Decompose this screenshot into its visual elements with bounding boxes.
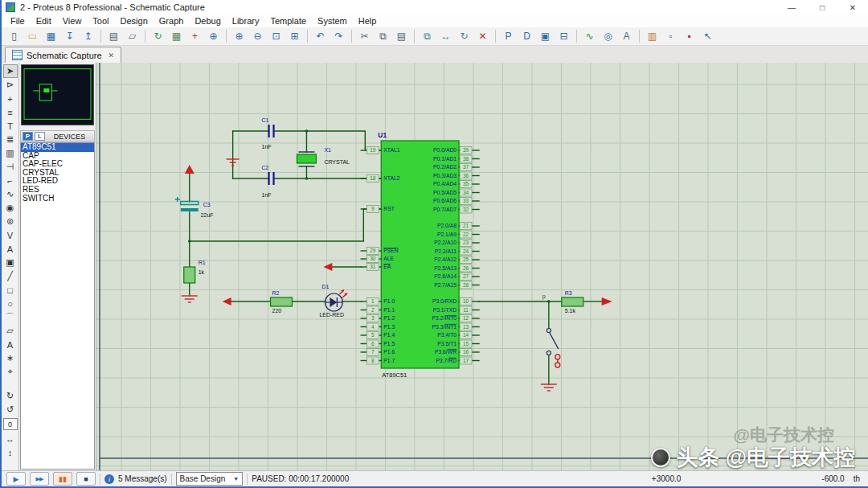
- tab-close-icon[interactable]: ✕: [108, 51, 115, 59]
- 2d-symbol-icon[interactable]: ∗: [3, 351, 18, 365]
- virtual-instruments-mode-icon[interactable]: ▣: [3, 256, 18, 269]
- generator-mode-icon[interactable]: ⊚: [3, 215, 18, 228]
- terminal-p10[interactable]: [223, 297, 231, 306]
- power-terminal[interactable]: [185, 165, 194, 174]
- stop-button[interactable]: ■: [76, 472, 96, 486]
- zoom-out-icon[interactable]: ⊖: [249, 28, 266, 44]
- maximize-button[interactable]: □: [807, 0, 837, 14]
- buses-mode-icon[interactable]: ≣: [3, 133, 18, 146]
- component-r2[interactable]: [271, 297, 293, 306]
- component-c1[interactable]: [269, 125, 274, 137]
- packaging-tool-icon[interactable]: ▣: [537, 28, 554, 44]
- pick-parts-icon[interactable]: P: [500, 28, 517, 44]
- component-mode-icon[interactable]: ⊳: [3, 78, 18, 92]
- ground-terminal-switch[interactable]: [541, 384, 557, 391]
- menu-item-view[interactable]: View: [57, 14, 88, 27]
- search-and-tag-icon[interactable]: ◎: [600, 28, 616, 44]
- design-select[interactable]: Base Design ▼: [176, 472, 244, 486]
- rotate-clockwise-icon[interactable]: ↻: [3, 389, 18, 403]
- menu-item-system[interactable]: System: [312, 14, 353, 27]
- remove-sheet-icon[interactable]: ▪: [681, 28, 698, 44]
- 2d-box-icon[interactable]: □: [3, 283, 18, 297]
- wire-label-mode-icon[interactable]: ≡: [3, 105, 18, 119]
- step-button[interactable]: ▶▶: [30, 472, 49, 486]
- component-d1[interactable]: [325, 289, 347, 311]
- device-pin-mode-icon[interactable]: ⌐: [3, 174, 18, 187]
- 2d-text-icon[interactable]: A: [3, 338, 18, 351]
- minimize-button[interactable]: —: [776, 0, 807, 14]
- menu-item-edit[interactable]: Edit: [31, 14, 57, 27]
- ground-terminal-reset[interactable]: [182, 296, 198, 302]
- menu-item-template[interactable]: Template: [264, 14, 312, 27]
- terminal-p30[interactable]: [602, 297, 612, 306]
- zoom-in-icon[interactable]: ⊕: [231, 28, 248, 44]
- menu-item-file[interactable]: File: [5, 14, 31, 27]
- export-section-icon[interactable]: ↥: [80, 28, 96, 44]
- decompose-icon[interactable]: ⊟: [555, 28, 572, 44]
- menu-item-design[interactable]: Design: [115, 14, 154, 27]
- zoom-to-area-icon[interactable]: ⊞: [286, 28, 303, 44]
- menu-item-help[interactable]: Help: [353, 14, 383, 27]
- mark-output-area-icon[interactable]: ▱: [124, 28, 141, 44]
- library-manager-button[interactable]: L: [35, 132, 45, 141]
- 2d-circle-icon[interactable]: ○: [3, 297, 18, 310]
- switch-actuator[interactable]: [555, 355, 560, 367]
- paste-icon[interactable]: ▤: [393, 28, 410, 44]
- copy-icon[interactable]: ⧉: [375, 28, 391, 44]
- pause-button[interactable]: ▮▮: [53, 472, 72, 486]
- zoom-all-icon[interactable]: ⊡: [268, 28, 285, 44]
- block-rotate-icon[interactable]: ↻: [456, 28, 473, 44]
- goto-sheet-icon[interactable]: ↖: [699, 28, 716, 44]
- terminal-mode-icon[interactable]: ⊣: [3, 160, 18, 174]
- current-probe-mode-icon[interactable]: A: [3, 242, 18, 256]
- overview-preview[interactable]: [21, 64, 94, 125]
- subcircuit-mode-icon[interactable]: ▥: [3, 146, 18, 160]
- junction-dot-mode-icon[interactable]: +: [3, 92, 18, 105]
- play-button[interactable]: ▶: [6, 472, 26, 486]
- component-r3[interactable]: [562, 297, 583, 306]
- center-at-cursor-icon[interactable]: ⊕: [205, 28, 222, 44]
- 2d-marker-icon[interactable]: ⌖: [3, 365, 18, 379]
- new-sheet-icon[interactable]: ▫: [662, 28, 679, 44]
- device-item[interactable]: RES: [21, 186, 94, 195]
- text-script-mode-icon[interactable]: T: [3, 119, 18, 133]
- selection-mode-icon[interactable]: ➤: [3, 64, 18, 78]
- new-design-icon[interactable]: ▯: [6, 28, 23, 44]
- terminal-ea[interactable]: [323, 263, 332, 271]
- tape-recorder-mode-icon[interactable]: ◉: [3, 201, 18, 215]
- block-move-icon[interactable]: ↔: [437, 28, 454, 44]
- close-button[interactable]: ✕: [837, 0, 868, 14]
- component-x1[interactable]: [297, 152, 316, 166]
- schematic-canvas[interactable]: U1 AT89C51 19XTAL118XTAL29RST29PSEN30ALE…: [96, 63, 868, 470]
- mirror-horizontal-icon[interactable]: ↔: [3, 432, 18, 445]
- mirror-vertical-icon[interactable]: ↕: [3, 445, 18, 459]
- graph-mode-icon[interactable]: ∿: [3, 187, 18, 201]
- menu-item-library[interactable]: Library: [227, 14, 265, 27]
- rotation-angle-input[interactable]: 0: [3, 418, 18, 430]
- 2d-arc-icon[interactable]: ⌒: [3, 310, 18, 324]
- refresh-display-icon[interactable]: ↻: [149, 28, 166, 44]
- block-delete-icon[interactable]: ✕: [474, 28, 491, 44]
- rotate-anticlockwise-icon[interactable]: ↺: [3, 403, 18, 416]
- cut-icon[interactable]: ✂: [356, 28, 373, 44]
- component-c2[interactable]: [269, 172, 274, 185]
- block-copy-icon[interactable]: ⧉: [419, 28, 436, 44]
- 2d-line-icon[interactable]: ╱: [3, 269, 18, 283]
- component-c3[interactable]: [175, 197, 199, 211]
- toggle-grid-icon[interactable]: ▦: [168, 28, 185, 44]
- undo-icon[interactable]: ↶: [312, 28, 329, 44]
- info-icon[interactable]: i: [104, 474, 114, 484]
- menu-item-tool[interactable]: Tool: [87, 14, 114, 27]
- device-item[interactable]: SWITCH: [21, 195, 94, 203]
- component-r1[interactable]: [184, 267, 195, 283]
- toggle-false-origin-icon[interactable]: +: [186, 28, 203, 44]
- wire-autorouter-icon[interactable]: ∿: [581, 28, 598, 44]
- open-design-icon[interactable]: ▭: [24, 28, 41, 44]
- property-assignment-icon[interactable]: A: [618, 28, 635, 44]
- 2d-path-icon[interactable]: ▱: [3, 324, 18, 338]
- voltage-probe-mode-icon[interactable]: V: [3, 228, 18, 242]
- menu-item-debug[interactable]: Debug: [189, 14, 226, 27]
- tab-schematic-capture[interactable]: Schematic Capture ✕: [5, 47, 121, 63]
- redo-icon[interactable]: ↷: [330, 28, 347, 44]
- print-design-icon[interactable]: ▤: [105, 28, 122, 44]
